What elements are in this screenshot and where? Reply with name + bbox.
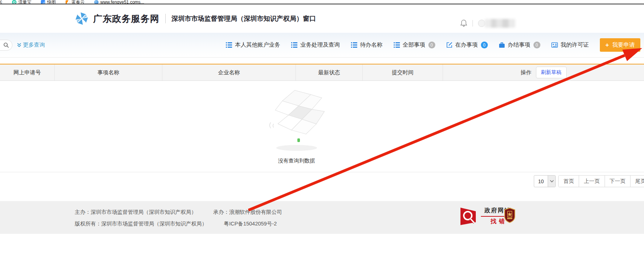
prev-page-button[interactable]: 上一页 [579,176,605,187]
find-error-logo-icon [460,206,478,226]
site-header: 广东政务服务网 深圳市市场监督管理局（深圳市知识产权局）窗口 [0,4,644,33]
nav-item-todo-names[interactable]: 待办名称 [351,41,383,49]
nav-label: 全部事项 [403,41,425,49]
list-icon [394,42,400,48]
empty-state-message: 没有查询到数据 [255,157,338,164]
footer: 主办：深圳市市场监督管理局（深圳市知识产权局） 承办：浪潮软件股份有限公司 版权… [0,201,644,234]
footer-text: 主办：深圳市市场监督管理局（深圳市知识产权局） 承办：浪潮软件股份有限公司 版权… [75,206,299,229]
column-header-submit-time: 提交时间 [363,64,443,80]
count-badge: 0 [533,42,540,48]
plus-icon: + [605,42,609,49]
first-page-button[interactable]: 首页 [559,176,579,187]
nav-label: 本人其他账户业务 [235,41,280,49]
column-header-actions: 操作 刷新草稿 [443,64,644,80]
actions-label: 操作 [521,69,532,76]
refresh-draft-button[interactable]: 刷新草稿 [536,67,567,78]
brand-divider [165,14,166,23]
sprout-icon [297,138,300,142]
edit-icon [446,42,452,48]
footer-copyright: 版权所有：深圳市市场监督管理局（深圳市知识产权局） [75,220,207,227]
search-icon [3,42,9,48]
nav-item-in-progress[interactable]: 在办事项 0 [446,41,488,49]
gdzwfw-logo-icon [75,12,89,25]
double-chevron-down-icon [17,43,22,48]
applications-table-header: 网上申请号 事项名称 企业名称 最新状态 提交时间 操作 刷新草稿 [0,64,644,81]
nav-item-completed[interactable]: 办结事项 0 [499,41,540,49]
search-input[interactable] [0,40,12,51]
column-header-company-name: 企业名称 [162,64,296,80]
user-name-redacted[interactable] [485,19,515,28]
empty-box-illustration [266,84,329,142]
page-size-select[interactable]: 10 [534,175,556,187]
nav-label: 业务处理及查询 [300,41,340,49]
gov-emblem-badge-icon[interactable] [504,208,515,223]
avatar[interactable] [478,20,485,27]
nav-label: 在办事项 [455,41,478,49]
workbench-nav-bar: 更多查询 本人其他账户业务 业务处理及查询 [0,33,644,58]
header-right [460,19,515,28]
more-query-link[interactable]: 更多查询 [17,33,45,57]
pager-group: 首页 上一页 下一页 尾页 [558,175,644,187]
pagination-bar: 10 首页 上一页 下一页 尾页 [0,175,644,188]
list-icon [291,42,297,48]
notification-bell-icon[interactable] [460,19,467,27]
briefcase-icon [499,42,505,48]
footer-operator: 承办：浪潮软件股份有限公司 [213,209,282,216]
page-size-value: 10 [534,176,548,187]
nav-label: 待办名称 [360,41,383,49]
footer-icp[interactable]: 粤ICP备15042059号-2 [224,220,277,227]
nav-item-all-matters[interactable]: 全部事项 0 [394,41,435,49]
nav-label: 我的许可证 [561,41,589,49]
footer-line-1: 主办：深圳市市场监督管理局（深圳市知识产权局） 承办：浪潮软件股份有限公司 [75,206,299,218]
nav-item-business-query[interactable]: 业务处理及查询 [291,41,340,49]
header-divider [473,20,473,27]
apply-now-label: 我要申请 [612,41,635,49]
pagination-divider [0,172,644,172]
column-header-matter-name: 事项名称 [55,64,162,80]
count-badge: 0 [481,42,488,48]
page-title: 深圳市市场监督管理局（深圳市知识产权局）窗口 [171,14,316,23]
list-icon [351,42,357,48]
chevron-down-icon [548,176,555,187]
box-shadow-ellipse [276,145,317,151]
brand-row: 广东政务服务网 深圳市市场监督管理局（深圳市知识产权局）窗口 [75,12,316,25]
nav-item-other-account[interactable]: 本人其他账户业务 [226,41,280,49]
idcard-icon [551,42,558,48]
column-header-latest-status: 最新状态 [296,64,363,80]
nav-item-my-licenses[interactable]: 我的许可证 [551,41,589,49]
empty-state: 没有查询到数据 [0,81,644,172]
footer-host: 主办：深圳市市场监督管理局（深圳市知识产权局） [75,209,197,216]
brand-name: 广东政务服务网 [93,13,159,25]
count-badge: 0 [428,42,435,48]
column-header-application-no: 网上申请号 [0,64,55,80]
footer-line-2: 版权所有：深圳市市场监督管理局（深圳市知识产权局） 粤ICP备15042059号… [75,218,299,229]
next-page-button[interactable]: 下一页 [605,176,630,187]
nav-items: 本人其他账户业务 业务处理及查询 待办名称 [226,33,644,57]
page: 长 流量宝 快图 蓝奏云 www.fengye51.coms... [0,0,644,271]
list-icon [226,42,232,48]
apply-now-button[interactable]: + 我要申请 [600,38,640,52]
nav-label: 办结事项 [508,41,531,49]
last-page-button[interactable]: 尾页 [630,176,644,187]
more-query-label: 更多查询 [23,42,45,48]
